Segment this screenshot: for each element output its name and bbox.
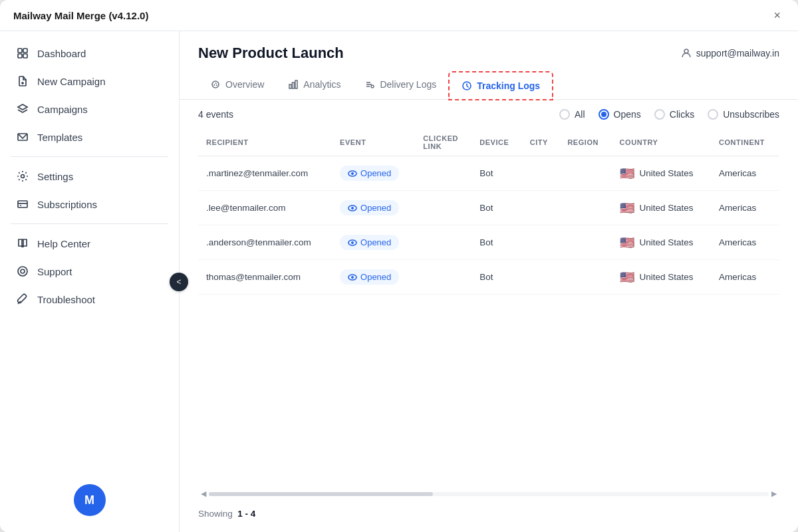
tab-analytics-label: Analytics — [303, 79, 340, 90]
grid-icon — [16, 47, 29, 60]
showing-label: Showing — [198, 509, 233, 519]
cell-region — [559, 156, 611, 191]
cell-region — [559, 260, 611, 295]
main-content: New Product Launch support@mailway.in — [180, 31, 798, 532]
user-email: support@mailway.in — [696, 48, 779, 59]
scroll-left-arrow[interactable]: ◀ — [198, 489, 209, 498]
cell-event: Opened — [332, 260, 415, 295]
svg-point-24 — [371, 85, 374, 88]
radio-clicks[interactable]: Clicks — [654, 109, 694, 120]
radio-opens[interactable]: Opens — [598, 109, 641, 120]
close-button[interactable]: × — [769, 8, 785, 23]
cell-clicked-link — [415, 191, 471, 225]
radio-group: All Opens Clicks Unsubscri — [559, 109, 779, 120]
svg-rect-3 — [23, 54, 27, 58]
event-badge: Opened — [340, 166, 399, 181]
layers-icon — [16, 102, 29, 116]
sidebar-label-campaigns: Campaigns — [37, 104, 88, 115]
cell-device: Bot — [471, 191, 522, 225]
avatar[interactable]: M — [74, 484, 106, 516]
table-row: thomas@tenmailer.com Opened Bot 🇺🇸 Unite… — [198, 260, 779, 295]
radio-circle-all — [559, 109, 570, 120]
col-city: CITY — [522, 129, 560, 156]
flag-icon: 🇺🇸 — [620, 270, 634, 285]
sidebar-item-new-campaign[interactable]: New Campaign — [0, 67, 179, 95]
svg-rect-2 — [18, 54, 22, 58]
sidebar-item-troubleshoot[interactable]: Troubleshoot — [0, 285, 179, 313]
sidebar-label-templates: Templates — [37, 132, 82, 143]
cell-clicked-link — [415, 156, 471, 191]
radio-circle-opens — [598, 109, 609, 120]
country-name: United States — [640, 168, 694, 178]
sidebar-label-help-center: Help Center — [37, 238, 90, 249]
delivery-logs-icon — [364, 79, 375, 90]
sidebar-item-support[interactable]: Support — [0, 257, 179, 285]
col-recipient: RECIPIENT — [198, 129, 332, 156]
cell-country: 🇺🇸 United States — [612, 191, 711, 225]
svg-point-30 — [351, 241, 354, 244]
country-name: United States — [640, 237, 694, 247]
app-title: Mailway Mail Merge (v4.12.0) — [13, 10, 148, 21]
sidebar-item-help-center[interactable]: Help Center — [0, 229, 179, 257]
svg-point-16 — [212, 81, 219, 88]
svg-point-8 — [21, 175, 25, 178]
tracking-logs-icon — [462, 80, 472, 91]
tab-delivery-logs-label: Delivery Logs — [380, 79, 436, 90]
cell-event: Opened — [332, 225, 415, 260]
country-name: United States — [640, 203, 694, 213]
tool-icon — [16, 293, 29, 306]
radio-unsubscribes[interactable]: Unsubscribes — [708, 109, 779, 120]
tab-tracking-logs-label: Tracking Logs — [477, 80, 540, 91]
event-badge: Opened — [340, 269, 399, 285]
table-container: RECIPIENT EVENT CLICKEDLINK DEVICE CITY … — [180, 129, 798, 485]
sidebar-item-campaigns[interactable]: Campaigns — [0, 95, 179, 123]
cell-country: 🇺🇸 United States — [612, 260, 711, 295]
tab-tracking-logs[interactable]: Tracking Logs — [448, 71, 553, 100]
cell-device: Bot — [471, 260, 522, 295]
cell-region — [559, 191, 611, 225]
scroll-right-arrow[interactable]: ▶ — [769, 489, 779, 498]
showing-range: 1 - 4 — [237, 509, 255, 519]
app-body: Dashboard New Campaign — [0, 31, 798, 532]
sidebar-item-subscriptions[interactable]: Subscriptions — [0, 190, 179, 218]
cell-city — [522, 225, 560, 260]
user-info: support@mailway.in — [680, 47, 779, 59]
sidebar-label-new-campaign: New Campaign — [37, 76, 106, 87]
radio-label-unsubscribes: Unsubscribes — [723, 109, 779, 120]
tab-delivery-logs[interactable]: Delivery Logs — [352, 71, 448, 99]
overview-icon — [210, 79, 221, 90]
table-row: .anderson@tenmailer.com Opened Bot 🇺🇸 Un… — [198, 225, 779, 260]
radio-all[interactable]: All — [559, 109, 585, 120]
mail-icon — [16, 130, 29, 144]
support-icon — [16, 265, 29, 278]
sidebar-label-dashboard: Dashboard — [37, 48, 86, 59]
col-event: EVENT — [332, 129, 415, 156]
col-clicked-link: CLICKEDLINK — [415, 129, 471, 156]
sidebar-label-settings: Settings — [37, 171, 73, 182]
event-badge: Opened — [340, 200, 399, 215]
col-continent: CONTINENT — [711, 129, 779, 156]
tab-overview[interactable]: Overview — [198, 71, 276, 99]
cell-recipient: .martinez@tenmailer.com — [198, 156, 332, 191]
cell-clicked-link — [415, 260, 471, 295]
svg-point-13 — [21, 269, 25, 273]
scroll-thumb — [209, 492, 433, 496]
sidebar-item-templates[interactable]: Templates — [0, 123, 179, 151]
sidebar-divider-1 — [11, 156, 168, 157]
scroll-track[interactable] — [209, 492, 769, 496]
cell-recipient: .lee@tenmailer.com — [198, 191, 332, 225]
tab-analytics[interactable]: Analytics — [276, 71, 352, 99]
table-row: .martinez@tenmailer.com Opened Bot 🇺🇸 Un… — [198, 156, 779, 191]
cell-recipient: .anderson@tenmailer.com — [198, 225, 332, 260]
sidebar-item-dashboard[interactable]: Dashboard — [0, 39, 179, 67]
radio-circle-clicks — [654, 109, 665, 120]
svg-marker-6 — [18, 104, 27, 110]
svg-rect-19 — [293, 82, 295, 88]
sidebar-collapse-button[interactable]: < — [170, 273, 188, 291]
sidebar: Dashboard New Campaign — [0, 31, 180, 532]
country-name: United States — [640, 272, 694, 282]
sidebar-item-settings[interactable]: Settings — [0, 162, 179, 190]
cell-city — [522, 260, 560, 295]
main-header: New Product Launch support@mailway.in — [180, 31, 798, 62]
book-icon — [16, 237, 29, 250]
